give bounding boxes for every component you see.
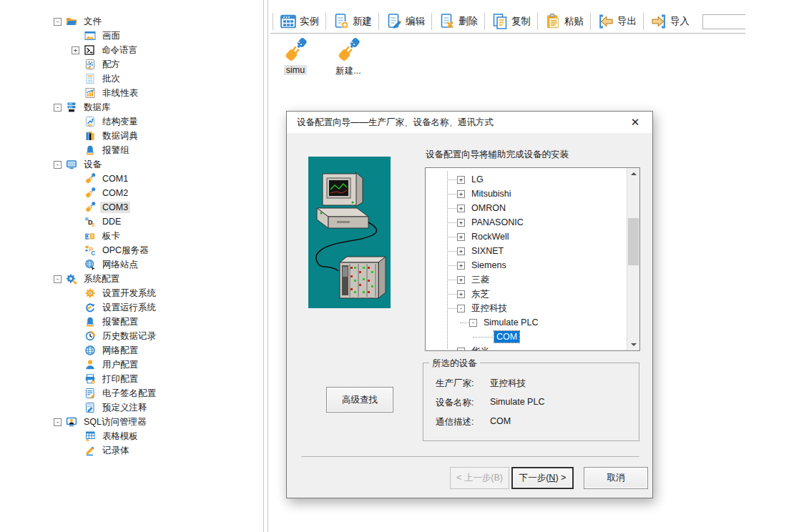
field-value: 亚控科技: [490, 378, 526, 390]
manufacturer-item[interactable]: +华光: [426, 344, 627, 350]
scroll-down-icon[interactable]: [627, 339, 639, 350]
sidebar-item-label: 设备: [82, 158, 104, 172]
next-button[interactable]: 下一步(N) >: [511, 467, 574, 489]
new-button[interactable]: 新建: [328, 13, 376, 30]
collapse-toggle-icon[interactable]: -: [54, 161, 62, 169]
edit-button[interactable]: 编辑: [381, 13, 429, 30]
expand-toggle-icon[interactable]: +: [457, 348, 465, 351]
collapse-toggle-icon[interactable]: -: [457, 305, 465, 312]
sidebar-item-struct-variable[interactable]: 结构变量: [0, 114, 263, 129]
scroll-up-icon[interactable]: [627, 168, 639, 179]
sidebar-item-database[interactable]: -数据库: [0, 100, 263, 114]
device-item[interactable]: 新建...: [330, 37, 366, 77]
manufacturer-item[interactable]: +OMRON: [426, 201, 627, 215]
collapse-toggle-icon[interactable]: -: [54, 104, 62, 112]
sidebar-item-label: 非线性表: [100, 87, 140, 100]
sidebar-item-esign-config[interactable]: 电子签名配置: [0, 386, 263, 400]
sidebar-item-label: COM1: [100, 173, 130, 184]
sidebar-item-network-station[interactable]: 网络站点: [0, 257, 263, 272]
delete-button[interactable]: 删除: [434, 13, 482, 30]
sidebar-item-command-language[interactable]: +命令语言: [0, 43, 263, 57]
manufacturer-item[interactable]: +RockWell: [426, 230, 627, 244]
sidebar-item-com1[interactable]: COM1: [0, 172, 263, 186]
manufacturer-item[interactable]: +SIXNET: [426, 244, 627, 258]
manufacturer-item[interactable]: +三菱: [426, 272, 627, 287]
selected-device-row: 通信描述:COM: [436, 416, 639, 428]
export-button[interactable]: 导出: [593, 13, 641, 30]
expand-toggle-icon[interactable]: +: [457, 219, 465, 227]
sidebar-item-table-template[interactable]: 表格模板: [0, 429, 263, 443]
manufacturer-item[interactable]: -亚控科技: [426, 301, 627, 315]
sidebar-item-predefined-comment[interactable]: 预定义注释: [0, 400, 263, 415]
manufacturer-item[interactable]: -Simulate PLC: [426, 315, 627, 330]
expand-toggle-icon[interactable]: +: [457, 233, 465, 241]
expand-toggle-icon[interactable]: +: [457, 205, 465, 212]
scroll-thumb[interactable]: [628, 218, 639, 265]
sidebar-item-file[interactable]: -文件: [0, 14, 263, 29]
computer-graphic: [317, 172, 368, 228]
manufacturer-item[interactable]: +PANASONIC: [426, 215, 627, 230]
dialog-titlebar[interactable]: 设备配置向导——生产厂家、设备名称、通讯方式 ✕: [287, 112, 652, 133]
selected-device-row: 设备名称:Simulate PLC: [436, 397, 639, 409]
panel-splitter[interactable]: [263, 0, 268, 532]
device-item[interactable]: simu: [278, 37, 313, 77]
back-button[interactable]: < 上一步(B): [450, 467, 509, 489]
sidebar-item-history-record[interactable]: 历史数据记录: [0, 329, 263, 343]
struct-icon: [84, 116, 96, 127]
collapse-toggle-icon[interactable]: -: [54, 18, 62, 26]
manufacturer-item[interactable]: +Siemens: [426, 258, 627, 272]
advanced-search-button[interactable]: 高级查找: [326, 387, 393, 413]
sidebar-item-dev-system[interactable]: 设置开发系统: [0, 286, 263, 300]
sidebar-item-sql-manager[interactable]: -SQL访问管理器: [0, 415, 263, 429]
comment-icon: [84, 402, 96, 413]
cancel-button[interactable]: 取消: [584, 467, 648, 489]
record-icon: [84, 445, 96, 456]
sidebar-item-data-dictionary[interactable]: 数据词典: [0, 129, 263, 143]
sidebar-item-device[interactable]: -设备: [0, 157, 263, 172]
scrollbar[interactable]: [627, 168, 639, 350]
copy-button[interactable]: 复制: [487, 13, 535, 30]
toolbar-button-label: 粘贴: [564, 15, 584, 28]
collapse-toggle-icon[interactable]: -: [469, 319, 477, 327]
search-input[interactable]: [702, 14, 745, 29]
sidebar-item-record-body[interactable]: 记录体: [0, 443, 263, 458]
sidebar-item-label: DDE: [100, 216, 123, 227]
sidebar-item-board-card[interactable]: 板卡: [0, 229, 263, 243]
expand-toggle-icon[interactable]: +: [72, 46, 79, 54]
paste-button[interactable]: 粘贴: [540, 13, 588, 30]
sidebar-item-user-config[interactable]: 用户配置: [0, 358, 263, 372]
close-icon[interactable]: ✕: [622, 113, 648, 131]
collapse-toggle-icon[interactable]: -: [54, 275, 62, 283]
manufacturer-item[interactable]: COM: [426, 330, 627, 344]
sidebar-item-print-config[interactable]: 打印配置: [0, 372, 263, 386]
expand-toggle-icon[interactable]: +: [457, 176, 465, 184]
manufacturer-item[interactable]: +Mitsubishi: [426, 187, 627, 201]
sidebar-item-opc-server[interactable]: PCOPC服务器: [0, 243, 263, 257]
footer-divider: [301, 456, 639, 457]
instance-button[interactable]: 实例: [275, 13, 323, 30]
sidebar-item-screen[interactable]: 画面: [0, 29, 263, 43]
expand-toggle-icon[interactable]: +: [457, 247, 465, 255]
sidebar-item-batch[interactable]: 批次: [0, 72, 263, 86]
sidebar-item-alarm-group[interactable]: 报警组: [0, 143, 263, 157]
sidebar-item-com2[interactable]: COM2: [0, 186, 263, 200]
expand-toggle-icon[interactable]: +: [457, 276, 465, 284]
expand-toggle-icon[interactable]: +: [457, 190, 465, 198]
field-value: COM: [490, 416, 511, 428]
print-icon: [84, 373, 96, 385]
sidebar-item-com3[interactable]: COM3: [0, 200, 263, 215]
sidebar-item-nonlinear-table[interactable]: 非线性表: [0, 86, 263, 100]
import-button[interactable]: 导入: [646, 13, 694, 30]
sidebar-item-system-config[interactable]: -系统配置: [0, 272, 263, 286]
collapse-toggle-icon[interactable]: -: [54, 418, 62, 426]
sidebar-item-network-config[interactable]: 网络配置: [0, 343, 263, 358]
manufacturer-item[interactable]: +东芝: [426, 287, 627, 301]
sidebar-item-alarm-config[interactable]: 报警配置: [0, 315, 263, 329]
sidebar-item-run-system[interactable]: 设置运行系统: [0, 300, 263, 315]
expand-toggle-icon[interactable]: +: [457, 262, 465, 270]
manufacturer-item[interactable]: +LG: [426, 172, 627, 187]
expand-toggle-icon[interactable]: +: [457, 290, 465, 298]
sidebar-item-dde[interactable]: DDEDDE: [0, 215, 263, 229]
toolbar-separator: [484, 13, 485, 30]
sidebar-item-recipe[interactable]: 配方: [0, 57, 263, 72]
